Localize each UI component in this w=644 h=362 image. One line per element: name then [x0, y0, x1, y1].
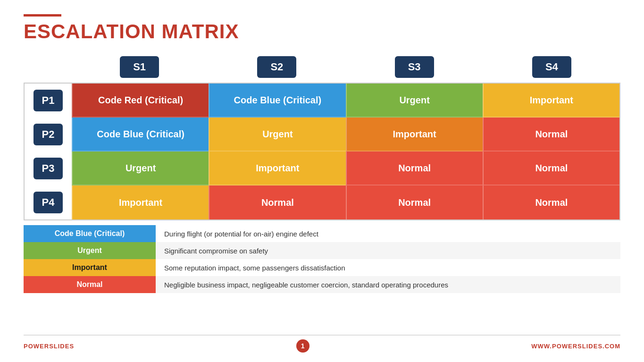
col-header-s4: S4 [483, 51, 620, 83]
col-header-box-s1: S1 [120, 56, 159, 78]
cell-p4-s2: Normal [209, 185, 345, 219]
matrix-row-p2: P2 Code Blue (Critical) Urgent Important… [25, 118, 619, 152]
footer-brand-prefix: POWER [24, 343, 49, 350]
col-header-box-s3: S3 [395, 56, 434, 78]
page: ESCALATION MATRIX S1 S2 S3 S4 P1 Code R [0, 0, 644, 362]
cell-p2-s1: Code Blue (Critical) [72, 118, 209, 152]
footer-page-number: 1 [296, 339, 309, 353]
title-highlight: MATRIX [162, 20, 239, 42]
cell-p1-s1: Code Red (Critical) [72, 84, 209, 118]
legend-desc-normal: Negligible business impact, negligeable … [156, 276, 620, 293]
col-header-box-s2: S2 [257, 56, 296, 78]
footer: POWERSLIDES 1 WWW.POWERSLIDES.COM [24, 335, 620, 353]
row-label-box-p1: P1 [33, 90, 63, 111]
legend: Code Blue (Critical) During flight (or p… [24, 225, 620, 293]
row-label-p4: P4 [25, 185, 72, 219]
cell-p2-s4: Normal [483, 118, 619, 152]
cell-p3-s1: Urgent [72, 152, 209, 185]
cell-p1-s3: Urgent [346, 84, 483, 118]
legend-label-important: Important [24, 259, 156, 276]
legend-row-code-blue: Code Blue (Critical) During flight (or p… [24, 225, 620, 242]
col-header-s1: S1 [71, 51, 208, 83]
matrix-row-p3: P3 Urgent Important Normal Normal [25, 152, 619, 185]
column-headers: S1 S2 S3 S4 [71, 51, 620, 83]
legend-row-important: Important Some reputation impact, some p… [24, 259, 620, 276]
cell-p3-s3: Normal [346, 152, 483, 185]
matrix-row-p1: P1 Code Red (Critical) Code Blue (Critic… [25, 84, 619, 118]
footer-url: WWW.POWERSLIDES.COM [531, 343, 620, 350]
row-label-box-p2: P2 [33, 124, 63, 145]
cell-p3-s2: Important [209, 152, 345, 185]
col-header-box-s4: S4 [532, 56, 571, 78]
title-prefix: ESCALATION [24, 20, 162, 42]
cell-p4-s3: Normal [346, 185, 483, 219]
legend-desc-urgent: Significant compromise on safety [156, 242, 620, 259]
legend-label-code-blue: Code Blue (Critical) [24, 225, 156, 242]
legend-label-urgent: Urgent [24, 242, 156, 259]
cell-p2-s3: Important [346, 118, 483, 152]
row-label-p1: P1 [25, 84, 72, 118]
legend-row-urgent: Urgent Significant compromise on safety [24, 242, 620, 259]
footer-brand-highlight: SLIDES [49, 343, 74, 350]
cell-p1-s2: Code Blue (Critical) [209, 84, 345, 118]
cell-p4-s1: Important [72, 185, 209, 219]
col-header-s2: S2 [208, 51, 345, 83]
row-label-p3: P3 [25, 152, 72, 185]
header-accent-line [24, 14, 61, 17]
legend-desc-important: Some reputation impact, some passengers … [156, 259, 620, 276]
cell-p1-s4: Important [483, 84, 619, 118]
cell-p3-s4: Normal [483, 152, 619, 185]
cell-p2-s2: Urgent [209, 118, 345, 152]
matrix-container: S1 S2 S3 S4 P1 Code Red (Critical) Code … [24, 51, 620, 330]
legend-label-normal: Normal [24, 276, 156, 293]
page-title: ESCALATION MATRIX [24, 20, 620, 43]
footer-brand: POWERSLIDES [24, 343, 74, 350]
legend-row-normal: Normal Negligible business impact, negli… [24, 276, 620, 293]
row-label-p2: P2 [25, 118, 72, 152]
row-label-box-p3: P3 [33, 158, 63, 179]
cell-p4-s4: Normal [483, 185, 619, 219]
legend-desc-code-blue: During flight (or potential for on-air) … [156, 225, 620, 242]
matrix-rows: P1 Code Red (Critical) Code Blue (Critic… [24, 83, 620, 220]
matrix-row-p4: P4 Important Normal Normal Normal [25, 185, 619, 219]
col-header-s3: S3 [346, 51, 483, 83]
row-label-box-p4: P4 [33, 192, 63, 213]
